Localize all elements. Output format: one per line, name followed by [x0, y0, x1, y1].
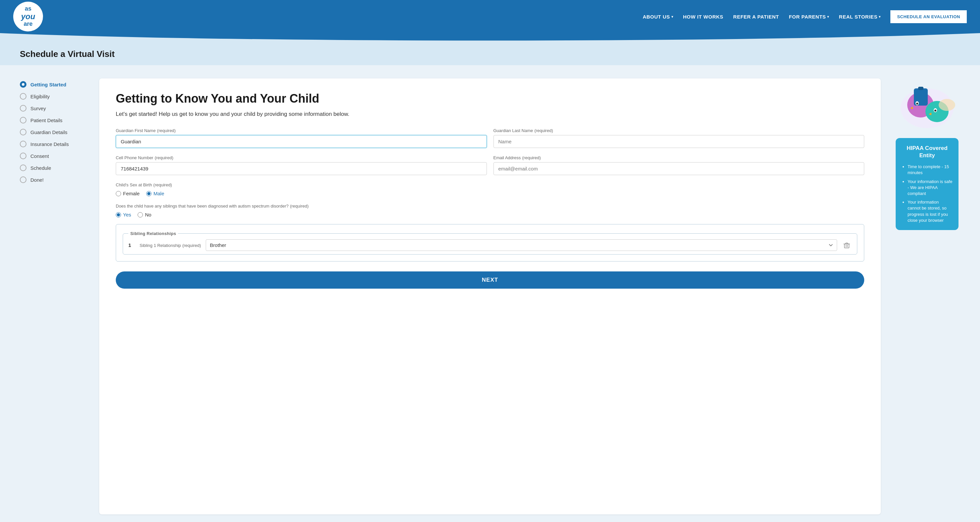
illustration [896, 78, 958, 131]
sidebar-item-label: Getting Started [30, 82, 66, 88]
svg-rect-4 [918, 87, 923, 90]
email-input[interactable] [493, 162, 865, 175]
sidebar-item-eligibility[interactable]: Eligibility [20, 90, 86, 102]
wave-divider [0, 33, 980, 43]
hipaa-list: Time to complete - 15 minutes Your infor… [902, 164, 953, 223]
sidebar-item-label: Schedule [30, 165, 51, 171]
form-subtitle: Let's get started! Help us get to know y… [116, 111, 864, 118]
guardian-last-name-label: Guardian Last Name (required) [493, 128, 865, 133]
guardian-last-name-group: Guardian Last Name (required) [493, 128, 865, 148]
cell-phone-group: Cell Phone Number (required) [116, 155, 487, 175]
step-dot-survey [20, 105, 27, 112]
main-nav: ABOUT US ▾ HOW IT WORKS REFER A PATIENT … [643, 10, 967, 23]
sidebar-item-getting-started[interactable]: Getting Started [20, 78, 86, 90]
siblings-yes-option[interactable]: Yes [116, 212, 131, 217]
sidebar-item-label: Consent [30, 153, 49, 159]
nav-for-parents[interactable]: FOR PARENTS ▾ [789, 14, 829, 19]
siblings-question-label: Does the child have any siblings that ha… [116, 203, 864, 209]
siblings-no-option[interactable]: No [138, 212, 151, 217]
sidebar-item-label: Insurance Details [30, 141, 69, 147]
phone-email-row: Cell Phone Number (required) Email Addre… [116, 155, 864, 175]
sidebar-item-consent[interactable]: Consent [20, 150, 86, 162]
step-dot-getting-started [20, 81, 27, 88]
chevron-down-icon: ▾ [671, 15, 673, 19]
delete-sibling-button[interactable] [842, 240, 852, 250]
form-title: Getting to Know You and Your Child [116, 92, 864, 105]
sex-male-option[interactable]: Male [146, 191, 164, 196]
siblings-radio-group: Yes No [116, 212, 864, 217]
sibling-relationships-box: Sibling Relationships 1 Sibling 1 Relati… [116, 224, 864, 262]
sidebar-item-label: Done! [30, 177, 44, 183]
step-dot-eligibility [20, 93, 27, 100]
form-area: Getting to Know You and Your Child Let's… [99, 78, 881, 514]
sibling-section-title: Sibling Relationships [128, 231, 178, 236]
nav-about-us[interactable]: ABOUT US ▾ [643, 14, 673, 19]
sidebar-item-insurance-details[interactable]: Insurance Details [20, 138, 86, 150]
next-button[interactable]: NEXT [116, 271, 864, 289]
cell-phone-label: Cell Phone Number (required) [116, 155, 487, 160]
svg-rect-0 [845, 244, 849, 248]
sex-radio-group: Female Male [116, 191, 864, 196]
main-content: Getting Started Eligibility Survey Patie… [0, 65, 980, 522]
sex-female-option[interactable]: Female [116, 191, 140, 196]
sibling-1-number: 1 [128, 242, 135, 248]
birds-illustration [896, 78, 958, 131]
nav-refer-a-patient[interactable]: REFER A PATIENT [733, 14, 779, 19]
step-dot-done [20, 176, 27, 183]
sidebar-item-label: Eligibility [30, 94, 49, 99]
hipaa-bullet-2: Your information is safe - We are HIPAA … [908, 179, 953, 197]
sidebar-item-label: Patient Details [30, 118, 62, 123]
siblings-question-section: Does the child have any siblings that ha… [116, 203, 864, 217]
sex-female-radio[interactable] [116, 191, 121, 196]
svg-point-7 [916, 103, 918, 105]
svg-point-9 [934, 110, 936, 112]
sex-at-birth-label: Child's Sex at Birth (required) [116, 182, 864, 187]
step-dot-patient-details [20, 117, 27, 123]
trash-icon [843, 242, 850, 249]
sibling-1-relationship-select[interactable]: Brother Sister Half-Brother Half-Sister … [206, 239, 837, 251]
sidebar-item-guardian-details[interactable]: Guardian Details [20, 126, 86, 138]
chevron-down-icon: ▾ [879, 15, 881, 19]
email-label: Email Address (required) [493, 155, 865, 160]
cell-phone-input[interactable] [116, 162, 487, 175]
sibling-1-label: Sibling 1 Relationship (required) [140, 242, 201, 248]
sidebar-item-label: Survey [30, 105, 46, 111]
logo[interactable]: as you are [13, 2, 43, 32]
nav-real-stories[interactable]: REAL STORIES ▾ [839, 14, 881, 19]
guardian-last-name-input[interactable] [493, 135, 865, 148]
hipaa-bullet-3: Your information cannot be stored, so pr… [908, 199, 953, 223]
step-dot-schedule [20, 164, 27, 171]
email-group: Email Address (required) [493, 155, 865, 175]
sidebar: Getting Started Eligibility Survey Patie… [20, 78, 86, 514]
sidebar-item-schedule[interactable]: Schedule [20, 162, 86, 174]
guardian-first-name-input[interactable] [116, 135, 487, 148]
guardian-first-name-label: Guardian First Name (required) [116, 128, 487, 133]
page-title: Schedule a Virtual Visit [20, 49, 960, 59]
sidebar-item-survey[interactable]: Survey [20, 102, 86, 114]
step-dot-insurance-details [20, 140, 27, 147]
nav-how-it-works[interactable]: HOW IT WORKS [683, 14, 723, 19]
sex-at-birth-section: Child's Sex at Birth (required) Female M… [116, 182, 864, 196]
sidebar-item-label: Guardian Details [30, 129, 67, 135]
step-dot-consent [20, 153, 27, 159]
sidebar-item-done[interactable]: Done! [20, 174, 86, 186]
guardian-name-row: Guardian First Name (required) Guardian … [116, 128, 864, 148]
guardian-first-name-group: Guardian First Name (required) [116, 128, 487, 148]
sibling-1-row: 1 Sibling 1 Relationship (required) Brot… [128, 236, 852, 254]
siblings-no-radio[interactable] [138, 212, 143, 217]
chevron-down-icon: ▾ [827, 15, 829, 19]
header: as you are ABOUT US ▾ HOW IT WORKS REFER… [0, 0, 980, 33]
hipaa-bullet-1: Time to complete - 15 minutes [908, 164, 953, 176]
siblings-yes-radio[interactable] [116, 212, 121, 217]
sibling-fieldset: Sibling Relationships 1 Sibling 1 Relati… [123, 231, 857, 255]
step-dot-guardian-details [20, 129, 27, 136]
sidebar-item-patient-details[interactable]: Patient Details [20, 114, 86, 126]
schedule-evaluation-button[interactable]: SCHEDULE AN EVALUATION [890, 10, 967, 23]
right-panel: HIPAA Covered Entity Time to complete - … [894, 78, 960, 514]
svg-point-12 [939, 99, 955, 111]
sex-male-radio[interactable] [146, 191, 151, 196]
hipaa-box: HIPAA Covered Entity Time to complete - … [896, 138, 958, 230]
hipaa-title: HIPAA Covered Entity [902, 145, 953, 159]
page-title-bar: Schedule a Virtual Visit [0, 43, 980, 65]
